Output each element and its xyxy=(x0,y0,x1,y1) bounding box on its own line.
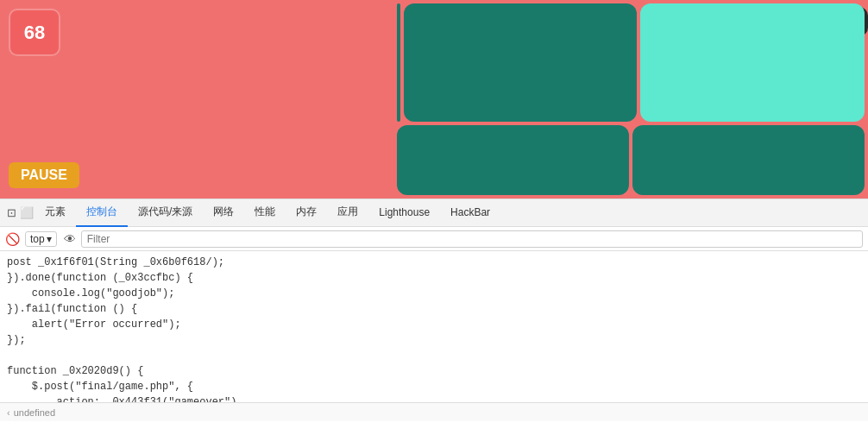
tab-elements[interactable]: 元素 xyxy=(35,199,76,227)
tab-hackbar[interactable]: HackBar xyxy=(440,199,500,227)
devtools-icon-1[interactable]: ⊡ xyxy=(3,205,19,221)
block-icon[interactable]: 🚫 xyxy=(5,232,20,246)
context-selector[interactable]: top ▾ xyxy=(25,231,57,247)
console-footer: ‹ undefined xyxy=(0,402,868,421)
score-badge: 68 xyxy=(9,9,60,56)
devtools-icon-2[interactable]: ⬜ xyxy=(19,205,35,221)
context-label: top xyxy=(30,233,45,245)
tab-network[interactable]: 网络 xyxy=(203,199,244,227)
filter-input[interactable] xyxy=(81,230,863,248)
game-bottom-row xyxy=(397,125,865,195)
tab-console[interactable]: 控制台 xyxy=(76,199,128,227)
tile-teal-1 xyxy=(397,3,400,122)
arrow-icon: ‹ xyxy=(7,407,10,418)
pause-button[interactable]: PAUSE xyxy=(9,162,79,188)
console-output: post _0x1f6f01(String _0x6b0f618/); }).d… xyxy=(0,251,868,402)
tile-teal-4 xyxy=(632,125,865,195)
chevron-down-icon: ▾ xyxy=(47,233,52,245)
tab-application[interactable]: 应用 xyxy=(327,199,368,227)
tab-memory[interactable]: 内存 xyxy=(286,199,327,227)
console-code: post _0x1f6f01(String _0x6b0f618/); }).d… xyxy=(7,255,861,402)
devtools-panel: ⊡ ⬜ 元素 控制台 源代码/来源 网络 性能 内存 应用 Lighthouse… xyxy=(0,199,868,421)
game-right-area xyxy=(393,0,868,199)
devtools-tabs-bar: ⊡ ⬜ 元素 控制台 源代码/来源 网络 性能 内存 应用 Lighthouse… xyxy=(0,199,868,227)
tab-source[interactable]: 源代码/来源 xyxy=(128,199,203,227)
tab-performance[interactable]: 性能 xyxy=(244,199,286,227)
tile-cyan xyxy=(640,3,865,122)
tile-teal-2 xyxy=(404,3,637,122)
game-area: 68 PAUSE 💬 🖳 ⬛ ⊕ ••• xyxy=(0,0,868,199)
tile-teal-3 xyxy=(397,125,629,195)
tab-lighthouse[interactable]: Lighthouse xyxy=(368,199,440,227)
eye-icon[interactable]: 👁 xyxy=(64,232,76,246)
filter-bar: 🚫 top ▾ 👁 xyxy=(0,227,868,251)
undefined-value: undefined xyxy=(14,407,55,418)
game-top-row xyxy=(397,3,865,122)
